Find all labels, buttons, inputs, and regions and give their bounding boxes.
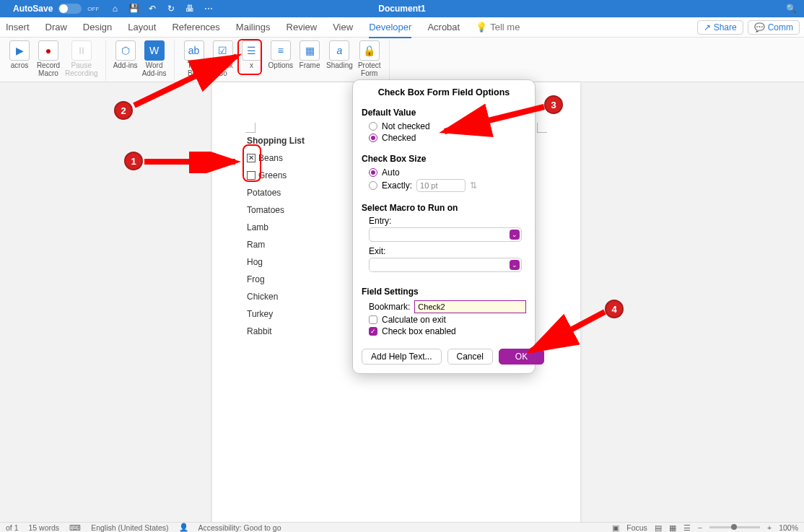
add-help-text-button[interactable]: Add Help Text... xyxy=(362,349,442,365)
comments-button[interactable]: 💬 Comm xyxy=(748,20,800,35)
word-addins-button[interactable]: WWord Add-ins xyxy=(142,40,167,81)
tab-design[interactable]: Design xyxy=(83,22,112,32)
radio-checked-row[interactable]: Checked xyxy=(362,132,526,144)
radio-not-checked-row[interactable]: Not checked xyxy=(362,121,526,132)
accessibility-icon[interactable]: 👤 xyxy=(179,523,188,532)
item-ram: Ram xyxy=(247,240,305,250)
lock-icon: 🔒 xyxy=(359,40,380,61)
tab-references[interactable]: References xyxy=(172,22,219,32)
addins-icon: ⬡ xyxy=(115,40,136,61)
print-icon[interactable]: 🖶 xyxy=(184,3,196,14)
zoom-level[interactable]: 100% xyxy=(779,523,798,532)
margin-marker-tr xyxy=(537,123,547,133)
radio-not-checked[interactable] xyxy=(369,122,377,131)
chevron-down-icon: ⌄ xyxy=(510,260,520,270)
share-button[interactable]: ↗ Share xyxy=(697,20,743,35)
checkbox-size-heading: Check Box Size xyxy=(362,154,526,164)
record-macro-button[interactable]: ●Record Macro xyxy=(36,40,61,81)
save-icon[interactable]: 💾 xyxy=(128,3,139,14)
item-rabbit: Rabbit xyxy=(247,326,305,336)
radio-auto[interactable] xyxy=(369,168,377,177)
word-count[interactable]: 15 words xyxy=(29,523,60,532)
radio-exactly-row[interactable]: Exactly: ⇅ xyxy=(362,178,526,193)
badge-1: 1 xyxy=(124,152,143,170)
protect-form-button[interactable]: 🔒Protect Form xyxy=(357,40,382,81)
zoom-in-icon[interactable]: + xyxy=(767,523,772,532)
macro-heading: Select Macro to Run on xyxy=(362,203,526,213)
stepper-icon[interactable]: ⇅ xyxy=(470,180,477,191)
search-icon[interactable]: 🔍 xyxy=(786,4,797,14)
pause-icon: ⏸ xyxy=(71,40,92,61)
document-name: Document1 xyxy=(378,4,425,14)
ok-button[interactable]: OK xyxy=(499,349,544,365)
item-beans: Beans xyxy=(258,153,283,163)
checkbox-button[interactable]: ☑Check Bo xyxy=(211,40,235,81)
language-status[interactable]: English (United States) xyxy=(91,523,168,532)
tab-mailings[interactable]: Mailings xyxy=(236,22,271,32)
checkbox-enabled-checkbox[interactable] xyxy=(369,327,377,336)
options-callout xyxy=(237,39,262,75)
radio-auto-row[interactable]: Auto xyxy=(362,167,526,178)
zoom-out-icon[interactable]: − xyxy=(698,523,702,532)
pause-recording-button: ⏸Pause Recording xyxy=(65,40,98,81)
tab-developer[interactable]: Developer xyxy=(369,22,411,38)
accessibility-status[interactable]: Accessibility: Good to go xyxy=(198,523,281,532)
record-icon: ● xyxy=(38,40,58,61)
tab-insert[interactable]: Insert xyxy=(6,22,30,32)
exit-combo[interactable]: ⌄ xyxy=(369,258,522,272)
lang-icon[interactable]: ⌨ xyxy=(69,523,81,532)
redo-icon[interactable]: ↻ xyxy=(165,3,177,14)
item-lamb: Lamb xyxy=(247,222,305,232)
ribbon: ▶acros ●Record Macro ⏸Pause Recording ⬡A… xyxy=(0,38,804,82)
macros-button[interactable]: ▶acros xyxy=(7,40,32,81)
focus-icon[interactable]: ▣ xyxy=(612,523,619,532)
titlebar: AutoSave OFF ⌂ 💾 ↶ ↻ 🖶 ⋯ Document1 🔍 xyxy=(0,0,804,17)
frame-button[interactable]: ▦Frame xyxy=(297,40,322,81)
ribbon-tabs: Insert Draw Design Layout References Mai… xyxy=(0,17,804,38)
exit-label: Exit: xyxy=(362,246,526,256)
status-bar: of 1 15 words ⌨ English (United States) … xyxy=(0,522,804,532)
cancel-button[interactable]: Cancel xyxy=(447,349,493,365)
tab-view[interactable]: View xyxy=(333,22,353,32)
textbox-button[interactable]: abText Box xyxy=(182,40,206,81)
tab-acrobat[interactable]: Acrobat xyxy=(427,22,460,32)
addins-button[interactable]: ⬡Add-ins xyxy=(113,40,138,81)
margin-marker-tl xyxy=(245,123,255,133)
undo-icon[interactable]: ↶ xyxy=(147,3,158,14)
item-potatoes: Potatoes xyxy=(247,188,305,198)
shading-icon: a xyxy=(329,40,349,61)
item-frog: Frog xyxy=(247,274,305,284)
entry-label: Entry: xyxy=(362,216,526,226)
textbox-icon: ab xyxy=(184,40,204,61)
shading-button[interactable]: aShading xyxy=(326,40,353,81)
item-chicken: Chicken xyxy=(247,292,305,302)
checkbox-options-dialog: Check Box Form Field Options Default Val… xyxy=(352,79,536,374)
print-layout-view-icon[interactable]: ▤ xyxy=(655,523,662,532)
tab-review[interactable]: Review xyxy=(287,22,318,32)
zoom-slider[interactable] xyxy=(709,526,760,528)
options-button[interactable]: ≡Options xyxy=(268,40,293,81)
page-status: of 1 xyxy=(6,523,19,532)
options-icon: ≡ xyxy=(271,40,291,61)
radio-checked[interactable] xyxy=(369,134,377,142)
more-icon[interactable]: ⋯ xyxy=(203,3,214,14)
autosave-state: OFF xyxy=(87,6,99,12)
home-icon[interactable]: ⌂ xyxy=(109,3,121,14)
tell-me[interactable]: 💡 Tell me xyxy=(476,22,520,32)
item-turkey: Turkey xyxy=(247,309,305,319)
read-mode-icon[interactable]: ▦ xyxy=(669,523,676,532)
tab-draw[interactable]: Draw xyxy=(45,22,67,32)
entry-combo[interactable]: ⌄ xyxy=(369,227,522,242)
exactly-input[interactable] xyxy=(416,179,466,192)
calc-on-exit-checkbox[interactable] xyxy=(369,315,377,324)
radio-exactly[interactable] xyxy=(369,181,377,190)
focus-label[interactable]: Focus xyxy=(626,523,647,532)
tab-layout[interactable]: Layout xyxy=(128,22,156,32)
web-layout-icon[interactable]: ☰ xyxy=(683,523,691,532)
item-hog: Hog xyxy=(247,257,305,267)
autosave-toggle[interactable] xyxy=(58,4,82,14)
checkboxes-callout xyxy=(242,144,261,182)
bookmark-input[interactable] xyxy=(414,300,526,313)
chevron-down-icon: ⌄ xyxy=(510,230,520,240)
dialog-title: Check Box Form Field Options xyxy=(353,80,535,103)
